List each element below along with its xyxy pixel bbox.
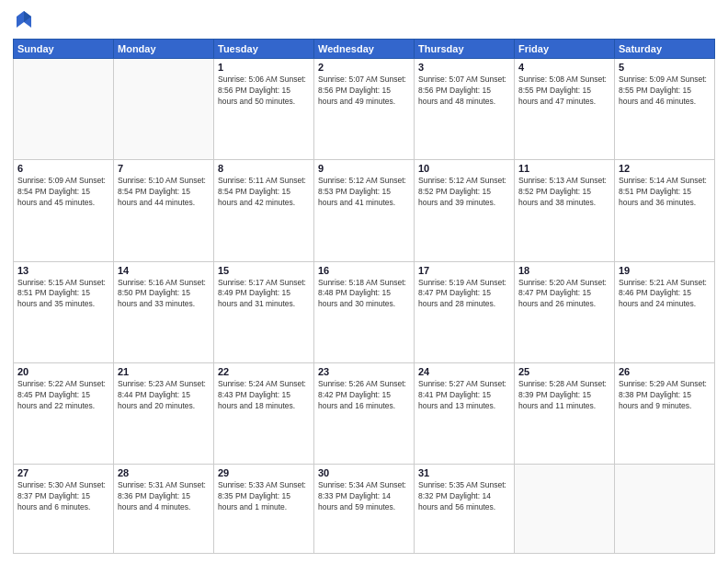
day-number: 8 <box>218 163 310 174</box>
day-number: 31 <box>418 467 510 478</box>
day-info: Sunrise: 5:19 AM Sunset: 8:47 PM Dayligh… <box>418 278 510 311</box>
day-info: Sunrise: 5:09 AM Sunset: 8:55 PM Dayligh… <box>619 75 711 108</box>
calendar-day-header: Tuesday <box>214 40 314 59</box>
calendar-day-cell: 11Sunrise: 5:13 AM Sunset: 8:52 PM Dayli… <box>515 160 615 261</box>
day-info: Sunrise: 5:33 AM Sunset: 8:35 PM Dayligh… <box>218 480 310 513</box>
calendar-day-cell: 24Sunrise: 5:27 AM Sunset: 8:41 PM Dayli… <box>415 362 515 464</box>
calendar-day-cell: 25Sunrise: 5:28 AM Sunset: 8:39 PM Dayli… <box>515 362 615 464</box>
calendar-day-cell: 30Sunrise: 5:34 AM Sunset: 8:33 PM Dayli… <box>314 465 415 554</box>
day-number: 2 <box>318 62 410 73</box>
calendar-day-cell: 1Sunrise: 5:06 AM Sunset: 8:56 PM Daylig… <box>214 59 314 160</box>
day-info: Sunrise: 5:26 AM Sunset: 8:42 PM Dayligh… <box>318 379 410 412</box>
calendar-day-cell: 18Sunrise: 5:20 AM Sunset: 8:47 PM Dayli… <box>515 261 615 362</box>
calendar-day-cell: 5Sunrise: 5:09 AM Sunset: 8:55 PM Daylig… <box>615 59 715 160</box>
day-info: Sunrise: 5:21 AM Sunset: 8:46 PM Dayligh… <box>619 278 711 311</box>
day-info: Sunrise: 5:12 AM Sunset: 8:53 PM Dayligh… <box>318 176 410 209</box>
day-info: Sunrise: 5:20 AM Sunset: 8:47 PM Dayligh… <box>518 278 610 311</box>
day-info: Sunrise: 5:18 AM Sunset: 8:48 PM Dayligh… <box>318 278 410 311</box>
day-info: Sunrise: 5:11 AM Sunset: 8:54 PM Dayligh… <box>218 176 310 209</box>
calendar-day-cell: 7Sunrise: 5:10 AM Sunset: 8:54 PM Daylig… <box>114 160 214 261</box>
day-number: 22 <box>218 366 310 377</box>
calendar-day-cell: 29Sunrise: 5:33 AM Sunset: 8:35 PM Dayli… <box>214 465 314 554</box>
day-number: 19 <box>619 265 711 276</box>
day-info: Sunrise: 5:10 AM Sunset: 8:54 PM Dayligh… <box>118 176 210 209</box>
calendar-day-cell: 31Sunrise: 5:35 AM Sunset: 8:32 PM Dayli… <box>415 465 515 554</box>
calendar-day-header: Friday <box>515 40 615 59</box>
calendar-day-cell: 4Sunrise: 5:08 AM Sunset: 8:55 PM Daylig… <box>515 59 615 160</box>
day-number: 10 <box>418 163 510 174</box>
day-info: Sunrise: 5:07 AM Sunset: 8:56 PM Dayligh… <box>318 75 410 108</box>
day-info: Sunrise: 5:35 AM Sunset: 8:32 PM Dayligh… <box>418 480 510 513</box>
calendar-day-cell: 15Sunrise: 5:17 AM Sunset: 8:49 PM Dayli… <box>214 261 314 362</box>
calendar-day-cell: 21Sunrise: 5:23 AM Sunset: 8:44 PM Dayli… <box>114 362 214 464</box>
calendar-day-cell: 19Sunrise: 5:21 AM Sunset: 8:46 PM Dayli… <box>615 261 715 362</box>
calendar-day-header: Sunday <box>14 40 114 59</box>
calendar-day-cell: 13Sunrise: 5:15 AM Sunset: 8:51 PM Dayli… <box>14 261 114 362</box>
calendar-day-header: Monday <box>114 40 214 59</box>
calendar-day-cell: 22Sunrise: 5:24 AM Sunset: 8:43 PM Dayli… <box>214 362 314 464</box>
calendar-day-header: Saturday <box>615 40 715 59</box>
day-info: Sunrise: 5:06 AM Sunset: 8:56 PM Dayligh… <box>218 75 310 108</box>
day-info: Sunrise: 5:34 AM Sunset: 8:33 PM Dayligh… <box>318 480 410 513</box>
day-info: Sunrise: 5:14 AM Sunset: 8:51 PM Dayligh… <box>619 176 711 209</box>
calendar-day-cell <box>615 465 715 554</box>
day-info: Sunrise: 5:12 AM Sunset: 8:52 PM Dayligh… <box>418 176 510 209</box>
day-number: 15 <box>218 265 310 276</box>
day-info: Sunrise: 5:23 AM Sunset: 8:44 PM Dayligh… <box>118 379 210 412</box>
calendar-day-cell: 28Sunrise: 5:31 AM Sunset: 8:36 PM Dayli… <box>114 465 214 554</box>
day-number: 23 <box>318 366 410 377</box>
calendar-header-row: SundayMondayTuesdayWednesdayThursdayFrid… <box>14 40 715 59</box>
calendar-day-cell: 14Sunrise: 5:16 AM Sunset: 8:50 PM Dayli… <box>114 261 214 362</box>
day-number: 25 <box>518 366 610 377</box>
day-number: 30 <box>318 467 410 478</box>
calendar-day-cell: 16Sunrise: 5:18 AM Sunset: 8:48 PM Dayli… <box>314 261 415 362</box>
day-number: 1 <box>218 62 310 73</box>
calendar-week-row: 6Sunrise: 5:09 AM Sunset: 8:54 PM Daylig… <box>14 160 715 261</box>
calendar-day-cell: 9Sunrise: 5:12 AM Sunset: 8:53 PM Daylig… <box>314 160 415 261</box>
day-number: 6 <box>17 163 109 174</box>
day-number: 14 <box>118 265 210 276</box>
calendar-day-cell: 27Sunrise: 5:30 AM Sunset: 8:37 PM Dayli… <box>14 465 114 554</box>
calendar-week-row: 13Sunrise: 5:15 AM Sunset: 8:51 PM Dayli… <box>14 261 715 362</box>
calendar-day-cell: 6Sunrise: 5:09 AM Sunset: 8:54 PM Daylig… <box>14 160 114 261</box>
calendar-day-cell <box>114 59 214 160</box>
day-info: Sunrise: 5:24 AM Sunset: 8:43 PM Dayligh… <box>218 379 310 412</box>
day-info: Sunrise: 5:27 AM Sunset: 8:41 PM Dayligh… <box>418 379 510 412</box>
calendar-day-cell: 2Sunrise: 5:07 AM Sunset: 8:56 PM Daylig… <box>314 59 415 160</box>
calendar-week-row: 27Sunrise: 5:30 AM Sunset: 8:37 PM Dayli… <box>14 465 715 554</box>
calendar-day-cell: 17Sunrise: 5:19 AM Sunset: 8:47 PM Dayli… <box>415 261 515 362</box>
calendar-week-row: 1Sunrise: 5:06 AM Sunset: 8:56 PM Daylig… <box>14 59 715 160</box>
day-number: 11 <box>518 163 610 174</box>
day-number: 7 <box>118 163 210 174</box>
calendar-day-cell <box>515 465 615 554</box>
day-number: 12 <box>619 163 711 174</box>
day-number: 18 <box>518 265 610 276</box>
day-number: 20 <box>17 366 109 377</box>
day-number: 29 <box>218 467 310 478</box>
day-number: 24 <box>418 366 510 377</box>
day-info: Sunrise: 5:13 AM Sunset: 8:52 PM Dayligh… <box>518 176 610 209</box>
logo <box>13 9 39 31</box>
day-info: Sunrise: 5:09 AM Sunset: 8:54 PM Dayligh… <box>17 176 109 209</box>
calendar-day-header: Wednesday <box>314 40 415 59</box>
calendar-day-cell: 23Sunrise: 5:26 AM Sunset: 8:42 PM Dayli… <box>314 362 415 464</box>
calendar-table: SundayMondayTuesdayWednesdayThursdayFrid… <box>13 39 715 554</box>
day-info: Sunrise: 5:30 AM Sunset: 8:37 PM Dayligh… <box>17 480 109 513</box>
day-number: 9 <box>318 163 410 174</box>
day-info: Sunrise: 5:16 AM Sunset: 8:50 PM Dayligh… <box>118 278 210 311</box>
day-info: Sunrise: 5:15 AM Sunset: 8:51 PM Dayligh… <box>17 278 109 311</box>
day-info: Sunrise: 5:08 AM Sunset: 8:55 PM Dayligh… <box>518 75 610 108</box>
day-number: 26 <box>619 366 711 377</box>
logo-icon <box>13 9 35 31</box>
day-info: Sunrise: 5:29 AM Sunset: 8:38 PM Dayligh… <box>619 379 711 412</box>
day-number: 27 <box>17 467 109 478</box>
day-info: Sunrise: 5:07 AM Sunset: 8:56 PM Dayligh… <box>418 75 510 108</box>
day-number: 16 <box>318 265 410 276</box>
day-number: 21 <box>118 366 210 377</box>
day-number: 28 <box>118 467 210 478</box>
day-info: Sunrise: 5:28 AM Sunset: 8:39 PM Dayligh… <box>518 379 610 412</box>
calendar-day-header: Thursday <box>415 40 515 59</box>
calendar-day-cell: 8Sunrise: 5:11 AM Sunset: 8:54 PM Daylig… <box>214 160 314 261</box>
calendar-day-cell: 12Sunrise: 5:14 AM Sunset: 8:51 PM Dayli… <box>615 160 715 261</box>
calendar-day-cell: 20Sunrise: 5:22 AM Sunset: 8:45 PM Dayli… <box>14 362 114 464</box>
